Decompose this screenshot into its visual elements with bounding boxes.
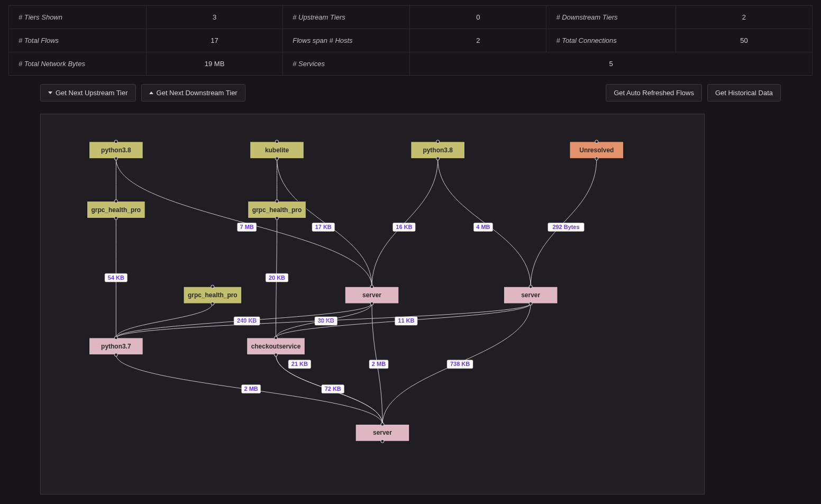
button-label: Get Historical Data [715,89,773,97]
svg-point-1 [114,140,117,143]
graph-node[interactable]: grpc_health_pro [248,200,306,220]
stat-label: # Tiers Shown [9,6,147,29]
graph-node[interactable]: kubelite [250,140,304,160]
stats-table: # Tiers Shown 3 # Upstream Tiers 0 # Dow… [8,5,813,76]
svg-point-34 [381,423,384,426]
stat-value: 50 [676,29,812,52]
svg-point-4 [276,140,279,143]
edge-label-text: 2 MB [372,361,386,367]
stat-value: 3 [146,6,282,29]
stat-label: # Downstream Tiers [546,6,676,29]
svg-point-19 [211,285,214,288]
svg-point-35 [381,439,384,443]
svg-point-7 [436,140,440,143]
graph-node-label: python3.7 [101,343,131,350]
stat-label: # Total Connections [546,29,676,52]
stat-label: # Total Flows [9,29,147,52]
graph-node-label: Unresolved [579,146,614,154]
svg-point-2 [114,157,117,160]
edge-label-text: 54 KB [108,274,124,281]
stat-label: # Total Network Bytes [9,52,147,76]
stat-value: 2 [676,6,812,29]
button-label: Get Auto Refreshed Flows [614,89,694,97]
graph-node[interactable]: python3.8 [89,140,143,160]
graph-node[interactable]: Unresolved [570,140,624,160]
graph-node-label: grpc_health_pro [188,291,238,299]
svg-point-22 [370,285,373,288]
graph-node-label: python3.8 [101,146,131,154]
graph-node[interactable]: grpc_health_pro [184,285,242,305]
edge-label-text: 20 KB [269,274,285,281]
graph-node[interactable]: python3.8 [411,140,465,160]
svg-point-8 [436,157,440,160]
get-historical-button[interactable]: Get Historical Data [707,84,781,102]
svg-point-17 [276,216,279,219]
chevron-up-icon [149,91,153,94]
graph-node-label: server [521,291,540,299]
get-next-downstream-button[interactable]: Get Next Downstream Tier [141,84,245,102]
edge-label-text: 4 MB [476,224,490,230]
graph-node[interactable]: server [345,285,399,305]
stat-value: 5 [410,52,813,76]
stat-value: 0 [410,6,546,29]
svg-point-23 [370,302,373,305]
edge-label-text: 292 Bytes [552,224,579,230]
svg-point-10 [595,140,598,143]
button-label: Get Next Downstream Tier [157,89,238,97]
edge-label-text: 21 KB [291,361,308,367]
graph-node-label: server [362,291,381,299]
stat-label: # Services [283,52,410,76]
svg-point-5 [276,157,279,160]
svg-point-32 [275,353,278,356]
edge-label-text: 17 KB [315,224,332,230]
edge-label-text: 738 KB [450,361,470,367]
stat-value: 17 [146,29,282,52]
get-next-upstream-button[interactable]: Get Next Upstream Tier [40,84,136,102]
svg-point-13 [114,200,117,203]
graph-node-label: grpc_health_pro [92,206,141,214]
graph-node[interactable]: server [504,285,558,305]
svg-point-11 [595,157,598,160]
graph-node[interactable]: checkoutservice [247,336,305,356]
graph-node-label: grpc_health_pro [252,206,302,214]
svg-point-25 [529,285,532,288]
svg-point-26 [529,302,532,305]
graph-node-label: server [373,429,392,436]
toolbar: Get Next Upstream Tier Get Next Downstre… [0,76,821,107]
svg-point-16 [276,200,279,203]
edge-label-text: 2 MB [244,386,258,392]
get-auto-refreshed-button[interactable]: Get Auto Refreshed Flows [606,84,702,102]
graph-node[interactable]: python3.7 [89,336,143,356]
graph-node-label: checkoutservice [251,343,301,350]
stat-value: 19 MB [146,52,282,76]
stat-label: Flows span # Hosts [283,29,410,52]
flow-graph[interactable]: 17 KB16 KB4 MB292 Bytes7 MB54 KB20 KB249… [40,114,705,494]
edge-label-text: 16 KB [396,224,412,230]
svg-point-14 [114,216,117,219]
svg-point-28 [114,336,117,340]
graph-node-label: python3.8 [423,146,453,154]
svg-point-29 [114,353,117,356]
button-label: Get Next Upstream Tier [56,89,128,97]
graph-node[interactable]: server [355,423,409,443]
edge-label-text: 11 KB [398,317,414,324]
graph-node[interactable]: grpc_health_pro [87,200,145,220]
edge-label-text: 72 KB [325,386,341,392]
graph-node-label: kubelite [265,146,289,154]
svg-point-31 [275,336,278,340]
stat-value: 2 [410,29,546,52]
svg-point-20 [211,302,214,305]
edge-label-text: 7 MB [240,224,254,230]
chevron-down-icon [48,91,52,94]
stat-label: # Upstream Tiers [283,6,410,29]
